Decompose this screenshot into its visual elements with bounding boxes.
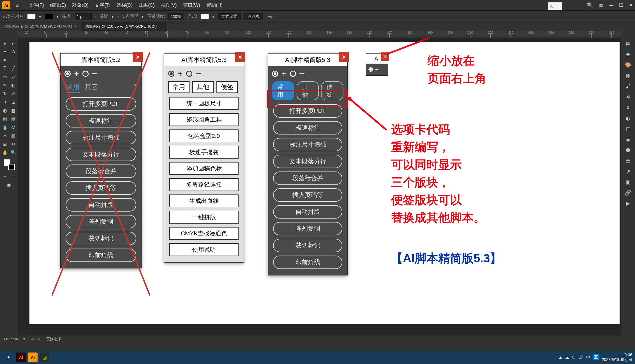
script-button[interactable]: 插入页码等: [273, 188, 342, 202]
seg-notes[interactable]: 便签: [216, 81, 238, 93]
gradient-mode-icon[interactable]: ▫: [10, 173, 17, 180]
brush-label[interactable]: 5 点圆形: [122, 14, 138, 19]
pen-tool[interactable]: ✒: [1, 56, 9, 64]
direct-selection-tool[interactable]: ▹: [10, 39, 17, 47]
eyedropper-tool[interactable]: 💧: [1, 123, 9, 131]
width-tool[interactable]: ⫞: [1, 98, 9, 106]
doc-tab-1[interactable]: 未标题-2.ai @ 50 % (CMYK/CPU 预览)×: [0, 22, 81, 31]
minimize-icon[interactable]: —: [609, 3, 613, 8]
menu-edit[interactable]: 编辑(E): [50, 2, 66, 8]
doc-tab-2[interactable]: 未标题-2 @ 110.65 % (CMYK/CPU 预览)×: [81, 22, 166, 31]
swatches-icon[interactable]: ▦: [624, 71, 632, 80]
home-icon[interactable]: ⌂: [13, 1, 21, 9]
appearance-icon[interactable]: ◉: [624, 135, 632, 144]
artboard-tool[interactable]: ⊞: [1, 140, 9, 148]
style-swatch[interactable]: [200, 14, 209, 19]
lasso-tool[interactable]: ⊙: [10, 48, 17, 55]
script-button[interactable]: 生成出血线: [169, 194, 239, 207]
doc-setup-button[interactable]: 文档设置: [218, 13, 241, 20]
radio-on-icon[interactable]: [64, 71, 71, 77]
menu-view[interactable]: 视图(V): [161, 2, 177, 8]
play-icon[interactable]: ▶: [624, 199, 632, 208]
mini-dock-widget[interactable]: A.: [548, 2, 562, 10]
radio-on-icon[interactable]: [168, 71, 174, 77]
script-button[interactable]: 包装盒型2.0: [169, 129, 239, 142]
search-icon[interactable]: 🔍: [587, 2, 593, 8]
opacity-input[interactable]: [168, 13, 184, 20]
gradient-tool[interactable]: ▤: [10, 115, 17, 123]
asset-export-icon[interactable]: ↗: [624, 167, 632, 176]
close-tab-icon[interactable]: ×: [74, 24, 77, 29]
clock[interactable]: 9:062023/8/13 星期日: [602, 353, 632, 362]
paintbrush-tool[interactable]: 🖌: [10, 73, 17, 81]
shape-builder-tool[interactable]: ◐: [1, 106, 9, 114]
taskbar-app[interactable]: ◢: [40, 353, 49, 362]
slice-tool[interactable]: ✂: [10, 140, 17, 148]
tray-icon[interactable]: ☁: [565, 355, 569, 360]
chevron-right-icon[interactable]: »: [133, 81, 136, 93]
free-transform-tool[interactable]: ⊡: [10, 98, 17, 106]
perspective-tool[interactable]: ▦: [10, 106, 17, 114]
script-button[interactable]: 裁切标记: [66, 232, 136, 245]
script-button[interactable]: 插入页码等: [66, 181, 136, 195]
tab-other[interactable]: 其它: [84, 81, 99, 93]
seg-common[interactable]: 常用: [168, 81, 190, 93]
radio-off-icon[interactable]: [290, 71, 296, 77]
line-tool[interactable]: ╱: [10, 64, 17, 72]
eraser-tool[interactable]: ◧: [10, 81, 17, 89]
color-icon[interactable]: 🎨: [624, 61, 632, 69]
symbols-icon[interactable]: ✲: [624, 92, 632, 101]
script-button[interactable]: 自动拼版: [273, 205, 342, 219]
script-button[interactable]: 段落行合并: [66, 164, 136, 178]
ime-icon[interactable]: 五: [593, 354, 599, 360]
tray-icon[interactable]: 中: [586, 355, 590, 360]
scale-tool[interactable]: ⤢: [10, 90, 17, 98]
close-icon[interactable]: ✕: [629, 2, 633, 8]
menu-select[interactable]: 选择(S): [117, 2, 133, 8]
stroke-swatch[interactable]: [45, 14, 53, 19]
script-button[interactable]: 使用说明: [169, 243, 239, 256]
stroke-icon[interactable]: ≡: [624, 103, 632, 112]
stroke-weight-input[interactable]: [75, 13, 92, 20]
script-button[interactable]: 极速标注: [66, 114, 136, 127]
script-button[interactable]: 文本段落分行: [273, 155, 342, 168]
shaper-tool[interactable]: ✎: [1, 81, 9, 89]
tab-common[interactable]: 常用: [66, 81, 80, 93]
radio-off-icon[interactable]: [186, 71, 192, 77]
menu-type[interactable]: 文字(T): [95, 2, 110, 8]
script-button[interactable]: 裁切标记: [273, 239, 342, 252]
close-icon[interactable]: ✕: [235, 52, 245, 62]
curvature-tool[interactable]: ⌒: [10, 56, 17, 64]
maximize-icon[interactable]: ☐: [619, 2, 623, 8]
graphic-styles-icon[interactable]: ⬢: [624, 146, 632, 155]
menu-effect[interactable]: 效果(C): [138, 2, 155, 8]
script-button[interactable]: 极速手提袋: [169, 146, 239, 159]
seg-other[interactable]: 其他: [192, 81, 214, 93]
taskbar-ai-1[interactable]: Ai: [16, 353, 26, 362]
rectangle-tool[interactable]: ▭: [1, 73, 9, 81]
magic-wand-tool[interactable]: ✦: [1, 48, 9, 55]
properties-icon[interactable]: ▤: [624, 39, 632, 48]
script-button[interactable]: 标注尺寸增强: [273, 138, 342, 151]
script-button[interactable]: 一键拼版: [169, 211, 239, 224]
mesh-tool[interactable]: ▨: [1, 115, 9, 123]
rotate-tool[interactable]: ↻: [1, 90, 9, 98]
script-button[interactable]: 文本段落分行: [66, 148, 136, 161]
tray-icon[interactable]: ▲: [558, 355, 562, 360]
script-button[interactable]: CMYK查找潘通色: [169, 227, 239, 240]
radio-on-icon[interactable]: [272, 71, 278, 77]
menu-window[interactable]: 窗口(W): [183, 2, 200, 8]
menu-object[interactable]: 对象(O): [72, 2, 89, 8]
artboards-icon[interactable]: ▣: [624, 178, 632, 187]
script-button[interactable]: 添加画稿色标: [169, 162, 239, 175]
layers-icon[interactable]: ☰: [624, 156, 632, 165]
radio-off-icon[interactable]: [82, 71, 89, 77]
taskbar-ai-2[interactable]: Ai: [28, 353, 38, 362]
color-mode-icon[interactable]: ▪: [1, 173, 9, 180]
script-button[interactable]: 多段路径连接: [169, 178, 239, 191]
uniform-label[interactable]: 等比: [100, 14, 108, 19]
zoom-level[interactable]: 110.65%: [3, 337, 18, 341]
screen-mode-icon[interactable]: ▣: [5, 181, 13, 189]
start-icon[interactable]: ⊞: [3, 352, 14, 363]
menu-file[interactable]: 文件(F): [28, 2, 44, 8]
